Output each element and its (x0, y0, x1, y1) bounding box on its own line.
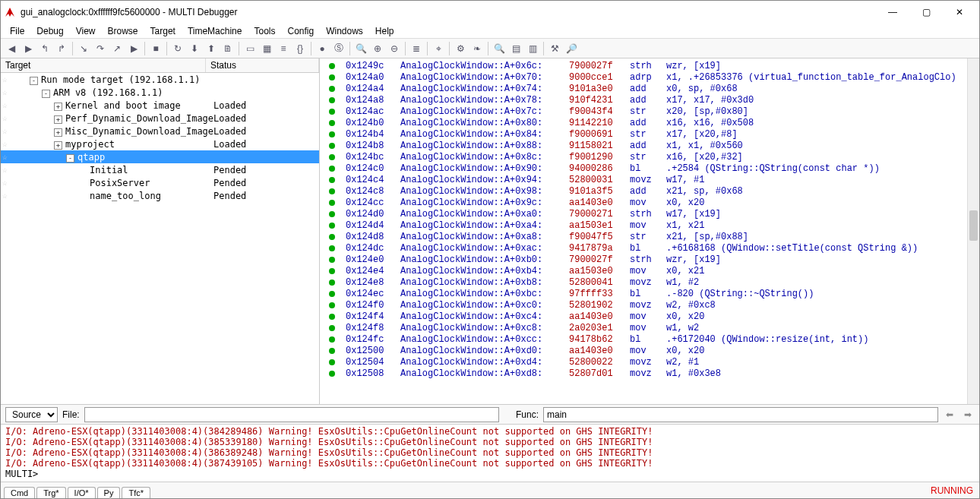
target-tree[interactable]: ☆-Run mode target (192.168.1.1)☆-ARM v8 … (1, 73, 319, 404)
breakpoint-dot-icon[interactable] (329, 291, 335, 297)
scrollbar[interactable] (967, 58, 979, 404)
step-into-button[interactable]: ↘ (76, 41, 91, 56)
source-mode-select[interactable]: Source (5, 407, 58, 422)
breakpoint-dot-icon[interactable] (329, 131, 335, 137)
tree-row[interactable]: ☆+myprojectLoaded (1, 137, 319, 150)
breakpoint-dot-icon[interactable] (329, 223, 335, 229)
breakpoint-dot-icon[interactable] (329, 325, 335, 331)
menu-target[interactable]: Target (144, 24, 182, 38)
star-outline-icon[interactable]: ☆ (2, 139, 8, 149)
tree-row[interactable]: ☆name_too_longPended (1, 189, 319, 202)
breakpoint-dot-icon[interactable] (329, 359, 335, 365)
star-outline-icon[interactable]: ☆ (2, 126, 8, 136)
stop-button[interactable]: ■ (148, 41, 163, 56)
breakpoint-dot-icon[interactable] (329, 120, 335, 126)
header-status[interactable]: Status (206, 58, 319, 72)
find-button[interactable]: 🔍 (353, 41, 368, 56)
breakpoint-dot-icon[interactable] (329, 348, 335, 354)
menu-tools[interactable]: Tools (248, 24, 281, 38)
expander-icon[interactable]: - (42, 90, 50, 98)
star-outline-icon[interactable]: ☆ (2, 74, 8, 84)
disasm-line[interactable]: 0x124fc AnalogClockWindow::A+0xcc: 94178… (324, 333, 975, 345)
tab-cmd[interactable]: Cmd (4, 487, 35, 498)
disasm-line[interactable]: 0x124c0 AnalogClockWindow::A+0x90: 94000… (324, 163, 975, 174)
breakpoint-dot-icon[interactable] (329, 177, 335, 183)
disasm-line[interactable]: 0x124e4 AnalogClockWindow::A+0xb4: aa150… (324, 265, 975, 276)
doc-button[interactable]: 🗎 (220, 41, 236, 56)
star-outline-icon[interactable]: ☆ (2, 165, 8, 175)
tab-py[interactable]: Py (97, 487, 121, 498)
menu-debug[interactable]: Debug (30, 24, 69, 38)
disasm-line[interactable]: 0x124a4 AnalogClockWindow::A+0x74: 9101a… (324, 83, 975, 94)
expander-icon[interactable]: + (54, 115, 62, 124)
list-strike-button[interactable]: ≣ (409, 41, 424, 56)
star-outline-icon[interactable]: ☆ (2, 87, 8, 97)
outline-button[interactable]: ≡ (276, 41, 291, 56)
breakpoint-dot-icon[interactable] (329, 154, 335, 160)
tree-row[interactable]: ☆PosixServerPended (1, 176, 319, 189)
refresh-button[interactable]: ↻ (170, 41, 185, 56)
nav-up-forward-button[interactable]: ↱ (54, 41, 69, 56)
zoom-in-button[interactable]: ⊕ (370, 41, 385, 56)
menu-file[interactable]: File (4, 24, 30, 38)
breakpoint-dot-icon[interactable] (329, 86, 335, 92)
breakpoint-dot-icon[interactable] (329, 63, 335, 69)
tree-row[interactable]: ☆InitialPended (1, 163, 319, 176)
disasm-line[interactable]: 0x124b0 AnalogClockWindow::A+0x80: 91142… (324, 117, 975, 128)
step-out-button[interactable]: ↗ (109, 41, 125, 56)
bp-stop-button[interactable]: Ⓢ (331, 41, 346, 56)
tree-row[interactable]: ☆+Perf_Dynamic_Download_ImageLoaded (1, 112, 319, 125)
disasm-line[interactable]: 0x124e0 AnalogClockWindow::A+0xb0: 79000… (324, 254, 975, 265)
disasm-line[interactable]: 0x12508 AnalogClockWindow::A+0xd8: 52807… (324, 368, 975, 379)
star-outline-icon[interactable]: ☆ (2, 191, 8, 201)
console-prompt[interactable]: MULTI> (5, 469, 975, 479)
disasm-line[interactable]: 0x124d8 AnalogClockWindow::A+0xa8: f9004… (324, 231, 975, 242)
star-outline-icon[interactable]: ☆ (2, 152, 8, 162)
nav-next-icon[interactable]: ➡ (961, 408, 975, 422)
expander-icon[interactable]: - (30, 77, 38, 85)
expander-icon[interactable]: + (54, 103, 62, 111)
breakpoint-dot-icon[interactable] (329, 245, 335, 251)
tree-row[interactable]: ☆-Run mode target (192.168.1.1) (1, 73, 319, 86)
tree-row[interactable]: ☆+Kernel and boot imageLoaded (1, 99, 319, 112)
breakpoint-dot-icon[interactable] (329, 143, 335, 149)
breakpoint-dot-icon[interactable] (329, 211, 335, 217)
disasm-line[interactable]: 0x124a8 AnalogClockWindow::A+0x78: 910f4… (324, 94, 975, 106)
star-outline-icon[interactable]: ☆ (2, 178, 8, 188)
header-target[interactable]: Target (1, 58, 206, 72)
breakpoint-dot-icon[interactable] (329, 200, 335, 206)
disasm-line[interactable]: 0x124ec AnalogClockWindow::A+0xbc: 97fff… (324, 288, 975, 299)
disasm-line[interactable]: 0x124dc AnalogClockWindow::A+0xac: 94178… (324, 242, 975, 254)
disasm-line[interactable]: 0x124c8 AnalogClockWindow::A+0x98: 9101a… (324, 185, 975, 197)
card-button[interactable]: ▭ (242, 41, 258, 56)
panel-button[interactable]: ▥ (525, 41, 540, 56)
disasm-line[interactable]: 0x124bc AnalogClockWindow::A+0x8c: f9001… (324, 151, 975, 163)
tab-i/o[interactable]: I/O* (68, 487, 96, 498)
expander-icon[interactable]: + (54, 141, 62, 150)
star-outline-icon[interactable]: ☆ (2, 113, 8, 123)
breakpoint-dot-icon[interactable] (329, 166, 335, 172)
tab-trg[interactable]: Trg* (36, 487, 65, 498)
disasm-line[interactable]: 0x124d4 AnalogClockWindow::A+0xa4: aa150… (324, 219, 975, 231)
upload-button[interactable]: ⬆ (204, 41, 219, 56)
disasm-line[interactable]: 0x124f0 AnalogClockWindow::A+0xc0: 52801… (324, 299, 975, 311)
breakpoint-dot-icon[interactable] (329, 268, 335, 274)
run-button[interactable]: ▶ (126, 41, 141, 56)
breakpoint-dot-icon[interactable] (329, 234, 335, 240)
disasm-line[interactable]: 0x124e8 AnalogClockWindow::A+0xb8: 52800… (324, 276, 975, 288)
vars-button[interactable]: {} (292, 41, 308, 56)
breakpoint-dot-icon[interactable] (329, 280, 335, 286)
star-outline-icon[interactable]: ☆ (2, 100, 8, 110)
menu-config[interactable]: Config (281, 24, 320, 38)
tool-button[interactable]: ⚒ (547, 41, 562, 56)
menu-windows[interactable]: Windows (320, 24, 369, 38)
table-button[interactable]: ▤ (508, 41, 523, 56)
disasm-line[interactable]: 0x124f4 AnalogClockWindow::A+0xc4: aa140… (324, 311, 975, 322)
gear-button[interactable]: ⚙ (453, 41, 468, 56)
disassembly-view[interactable]: 0x1249c AnalogClockWindow::A+0x6c: 79000… (320, 58, 979, 404)
disasm-line[interactable]: 0x124f8 AnalogClockWindow::A+0xc8: 2a020… (324, 322, 975, 333)
breakpoint-dot-icon[interactable] (329, 188, 335, 194)
cursor-button[interactable]: ⌖ (431, 41, 446, 56)
breakpoint-dot-icon[interactable] (329, 302, 335, 308)
nav-forward-button[interactable]: ▶ (21, 41, 36, 56)
